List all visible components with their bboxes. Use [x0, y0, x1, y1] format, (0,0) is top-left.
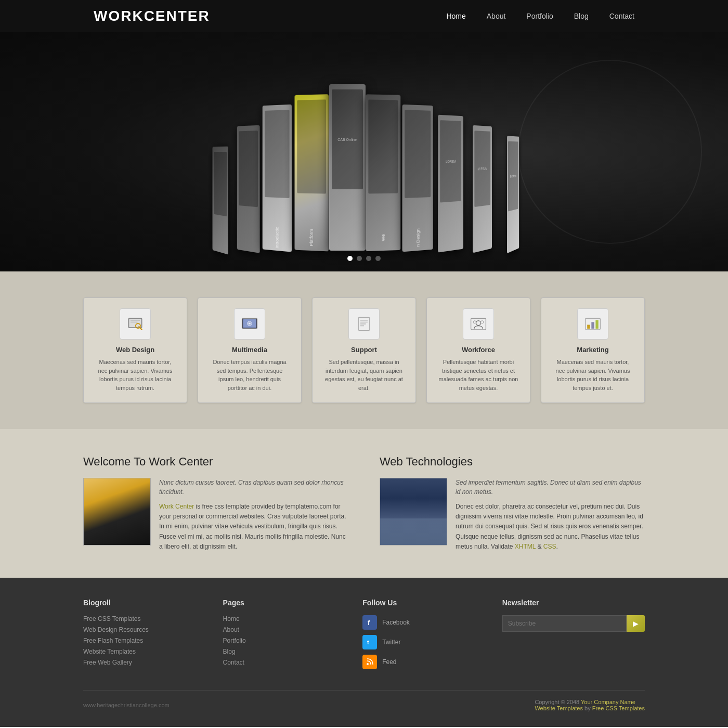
hero-dots — [347, 256, 381, 261]
service-title-workforce: Workforce — [437, 346, 519, 354]
card-8: LOREM — [438, 115, 463, 253]
card-label-3: Introductic — [275, 220, 279, 252]
web-design-icon — [120, 308, 151, 340]
pages-link-4[interactable]: Contact — [223, 659, 342, 666]
card-img-4 — [297, 99, 326, 193]
header: WORKCENTER Home About Portfolio Blog Con… — [0, 0, 728, 32]
service-text-marketing: Maecenas sed mauris tortor, nec pulvinar… — [552, 358, 634, 392]
card-1 — [212, 147, 228, 255]
feed-icon — [362, 655, 377, 669]
card-6: We — [366, 94, 400, 251]
welcome-col: Welcome To Work Center Nunc dictum cursu… — [83, 455, 348, 552]
logo: WORKCENTER — [94, 8, 210, 24]
card-label-7: n Design — [415, 220, 420, 252]
svg-rect-0 — [128, 318, 141, 328]
xhtml-link[interactable]: XHTML — [515, 543, 536, 550]
facebook-icon: f — [362, 615, 377, 630]
nav-portfolio[interactable]: Portfolio — [526, 12, 553, 20]
footer-bottom: www.heritagechristiancollege.com Copyrig… — [83, 691, 645, 711]
hero-cards: Introductic Platform CAB Online We n Des… — [200, 53, 528, 251]
newsletter-input[interactable] — [502, 615, 627, 632]
newsletter-title: Newsletter — [502, 599, 645, 607]
blogroll-link-3[interactable]: Website Templates — [83, 648, 202, 655]
pages-link-2[interactable]: Portfolio — [223, 637, 342, 644]
webtech-col: Web Technologies Sed imperdiet fermentum… — [380, 455, 645, 552]
webtech-title: Web Technologies — [380, 455, 645, 469]
footer-grid: Blogroll Free CSS Templates Web Design R… — [83, 599, 645, 691]
dot-1[interactable] — [347, 256, 353, 261]
main-nav: Home About Portfolio Blog Contact — [446, 12, 634, 20]
dot-3[interactable] — [366, 256, 371, 261]
services-section: Web Design Maecenas sed mauris tortor, n… — [0, 271, 728, 429]
service-text-support: Sed pellentesque, massa in interdum feug… — [323, 358, 405, 392]
website-templates-link[interactable]: Website Templates — [535, 705, 583, 711]
facebook-link[interactable]: Facebook — [382, 619, 410, 626]
service-web-design: Web Design Maecenas sed mauris tortor, n… — [83, 297, 187, 403]
welcome-link[interactable]: Work Center — [159, 503, 194, 510]
svg-rect-20 — [595, 320, 598, 329]
card-img-3 — [264, 110, 289, 198]
nav-blog[interactable]: Blog — [574, 12, 589, 20]
company-link[interactable]: Your Company Name — [581, 699, 635, 705]
service-support: Support Sed pellentesque, massa in inter… — [312, 297, 416, 403]
card-img-9: M IPSUM — [474, 131, 490, 207]
pages-link-0[interactable]: Home — [223, 615, 342, 622]
feed-link[interactable]: Feed — [382, 658, 396, 666]
blogroll-link-1[interactable]: Web Design Resources — [83, 626, 202, 633]
svg-text:f: f — [368, 619, 370, 627]
css-link[interactable]: CSS — [543, 543, 556, 550]
card-4: Platform — [294, 94, 328, 251]
dot-2[interactable] — [357, 256, 362, 261]
free-css-link[interactable]: Free CSS Templates — [592, 705, 645, 711]
card-10: lor sit am — [506, 136, 518, 253]
blogroll-link-0[interactable]: Free CSS Templates — [83, 615, 202, 622]
nav-contact[interactable]: Contact — [609, 12, 634, 20]
svg-rect-13 — [471, 318, 486, 330]
service-title-web-design: Web Design — [94, 346, 176, 354]
nav-about[interactable]: About — [487, 12, 506, 20]
pages-title: Pages — [223, 599, 342, 607]
card-img-6 — [368, 99, 398, 193]
nav-home[interactable]: Home — [446, 12, 465, 20]
card-label-4: Platform — [309, 220, 314, 252]
follow-title: Follow Us — [362, 599, 482, 607]
card-7: n Design — [402, 105, 433, 252]
social-twitter-item: t Twitter — [362, 635, 482, 649]
newsletter-form: ▶ — [502, 615, 645, 632]
content-section: Welcome To Work Center Nunc dictum cursu… — [0, 429, 728, 578]
footer-newsletter: Newsletter ▶ — [502, 599, 645, 674]
dot-4[interactable] — [375, 256, 381, 261]
welcome-image — [83, 478, 151, 545]
service-title-multimedia: Multimedia — [209, 346, 291, 354]
newsletter-button[interactable]: ▶ — [627, 615, 645, 632]
svg-text:t: t — [367, 639, 369, 645]
blogroll-link-2[interactable]: Free Flash Templates — [83, 637, 202, 644]
blogroll-link-4[interactable]: Free Web Gallery — [83, 659, 202, 666]
card-img-8: LOREM — [440, 120, 461, 202]
welcome-body: Nunc dictum cursus laoreet. Cras dapibus… — [83, 478, 348, 552]
card-9: M IPSUM — [473, 125, 492, 253]
service-multimedia: Multimedia Donec tempus iaculis magna se… — [198, 297, 302, 403]
pages-link-1[interactable]: About — [223, 626, 342, 633]
pages-link-3[interactable]: Blog — [223, 648, 342, 655]
service-text-multimedia: Donec tempus iaculis magna sed tempus. P… — [209, 358, 291, 392]
footer-blogroll: Blogroll Free CSS Templates Web Design R… — [83, 599, 202, 674]
service-marketing: Marketing Maecenas sed mauris tortor, ne… — [541, 297, 645, 403]
service-title-marketing: Marketing — [552, 346, 634, 354]
service-workforce: Workforce Pellentesque habitant morbi tr… — [426, 297, 530, 403]
hero-section: Introductic Platform CAB Online We n Des… — [0, 32, 728, 271]
webtech-image — [380, 478, 447, 545]
marketing-icon — [577, 308, 608, 340]
card-3: Introductic — [262, 105, 291, 252]
social-facebook-item: f Facebook — [362, 615, 482, 630]
footer-pages: Pages Home About Portfolio Blog Contact — [223, 599, 342, 674]
card-img-5: CAB Online — [332, 89, 363, 189]
service-title-support: Support — [323, 346, 405, 354]
footer: Blogroll Free CSS Templates Web Design R… — [0, 578, 728, 727]
twitter-icon: t — [362, 635, 377, 649]
card-5: CAB Online — [329, 84, 366, 251]
workforce-icon — [463, 308, 494, 340]
service-text-workforce: Pellentesque habitant morbi tristique se… — [437, 358, 519, 392]
twitter-link[interactable]: Twitter — [382, 639, 400, 646]
svg-rect-19 — [591, 322, 594, 329]
